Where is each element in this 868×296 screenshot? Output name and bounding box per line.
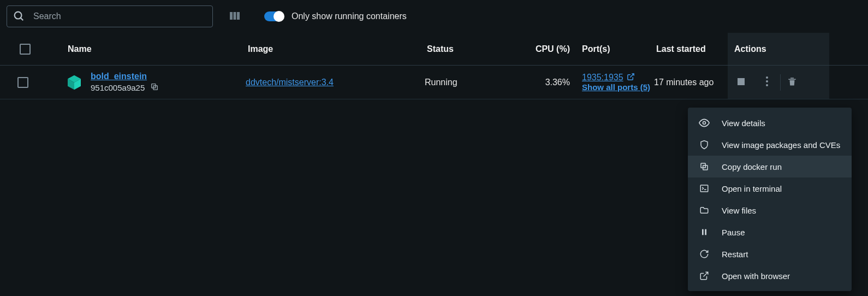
- port-row: 1935:1935: [582, 73, 654, 82]
- last-started-cell: 17 minutes ago: [654, 78, 728, 87]
- image-link[interactable]: ddvtech/mistserver:3.4: [246, 78, 334, 87]
- menu-view-packages[interactable]: View image packages and CVEs: [688, 134, 852, 156]
- search-box[interactable]: [7, 5, 213, 27]
- th-image[interactable]: Image: [246, 44, 425, 54]
- menu-label: Pause: [722, 228, 745, 237]
- svg-rect-2: [230, 12, 233, 20]
- more-icon: [766, 76, 768, 88]
- actions-cell: [728, 66, 829, 99]
- ports-cell: 1935:1935 Show all ports (5): [572, 73, 654, 92]
- th-status[interactable]: Status: [425, 44, 518, 54]
- select-all-checkbox[interactable]: [20, 44, 31, 55]
- container-icon: [66, 74, 83, 91]
- svg-rect-4: [237, 12, 240, 20]
- toolbar: Only show running containers: [0, 0, 868, 33]
- menu-open-terminal[interactable]: Open in terminal: [688, 177, 852, 199]
- delete-button[interactable]: [781, 66, 804, 99]
- menu-label: Open in terminal: [722, 184, 782, 193]
- th-ports[interactable]: Port(s): [572, 44, 654, 54]
- containers-table: Name Image Status CPU (%) Port(s) Last s…: [0, 33, 868, 99]
- th-actions-label: Actions: [734, 44, 766, 54]
- image-cell: ddvtech/mistserver:3.4: [246, 78, 425, 87]
- columns-icon: [228, 9, 241, 24]
- svg-line-1: [21, 17, 23, 20]
- svg-point-10: [766, 80, 768, 82]
- svg-line-7: [630, 74, 634, 78]
- menu-label: Copy docker run: [722, 162, 782, 171]
- row-checkbox-cell: [0, 77, 66, 88]
- stop-button[interactable]: [728, 66, 754, 99]
- menu-label: View files: [722, 206, 756, 215]
- name-stack: bold_einstein 951c005a9a25: [91, 72, 159, 93]
- th-name[interactable]: Name: [66, 44, 246, 54]
- trash-icon: [787, 76, 797, 88]
- search-input[interactable]: [33, 11, 207, 21]
- copy-icon: [699, 161, 710, 172]
- menu-copy-docker-run[interactable]: Copy docker run: [688, 156, 852, 177]
- copy-id-icon[interactable]: [150, 82, 159, 93]
- menu-label: Restart: [722, 250, 748, 259]
- eye-icon: [699, 117, 710, 128]
- port-link[interactable]: 1935:1935: [582, 73, 623, 82]
- terminal-icon: [699, 183, 710, 194]
- restart-icon: [699, 248, 710, 259]
- stop-icon: [738, 78, 745, 87]
- svg-rect-8: [738, 78, 745, 85]
- menu-view-files[interactable]: View files: [688, 199, 852, 221]
- svg-point-12: [703, 122, 706, 125]
- open-icon: [699, 270, 710, 281]
- svg-point-0: [15, 11, 22, 19]
- search-icon: [13, 10, 25, 23]
- menu-pause[interactable]: Pause: [688, 221, 852, 243]
- menu-label: Open with browser: [722, 271, 790, 281]
- status-cell: Running: [425, 78, 518, 87]
- folder-icon: [699, 205, 710, 216]
- external-link-icon[interactable]: [627, 73, 635, 82]
- header-checkbox-cell: [0, 44, 66, 55]
- menu-open-browser[interactable]: Open with browser: [688, 265, 852, 287]
- svg-rect-3: [234, 12, 236, 20]
- menu-view-details[interactable]: View details: [688, 112, 852, 134]
- running-only-toggle[interactable]: [264, 11, 284, 21]
- svg-point-11: [766, 84, 768, 86]
- svg-line-19: [704, 272, 708, 276]
- svg-point-9: [766, 76, 768, 79]
- menu-restart[interactable]: Restart: [688, 243, 852, 265]
- container-id: 951c005a9a25: [91, 83, 145, 92]
- table-row: bold_einstein 951c005a9a25 ddvtech/mists…: [0, 66, 868, 99]
- svg-rect-15: [700, 185, 708, 192]
- context-menu: View details View image packages and CVE…: [688, 108, 852, 291]
- container-id-row: 951c005a9a25: [91, 82, 159, 93]
- row-checkbox[interactable]: [17, 77, 28, 88]
- svg-rect-17: [702, 229, 704, 235]
- th-cpu[interactable]: CPU (%): [518, 44, 572, 54]
- running-only-toggle-wrap: Only show running containers: [264, 11, 407, 21]
- columns-button[interactable]: [228, 9, 241, 24]
- menu-label: View details: [722, 119, 765, 128]
- svg-rect-18: [705, 229, 706, 235]
- th-last-started[interactable]: Last started: [654, 44, 728, 54]
- shield-icon: [699, 139, 710, 150]
- running-only-label: Only show running containers: [292, 11, 407, 21]
- menu-label: View image packages and CVEs: [722, 140, 840, 150]
- container-name-link[interactable]: bold_einstein: [91, 72, 159, 81]
- th-actions: Actions: [728, 33, 829, 65]
- more-actions-button[interactable]: [754, 66, 780, 99]
- table-header: Name Image Status CPU (%) Port(s) Last s…: [0, 33, 868, 66]
- cpu-cell: 3.36%: [518, 78, 572, 87]
- show-all-ports-link[interactable]: Show all ports (5): [582, 82, 654, 92]
- name-cell: bold_einstein 951c005a9a25: [66, 72, 246, 93]
- pause-icon: [699, 227, 710, 238]
